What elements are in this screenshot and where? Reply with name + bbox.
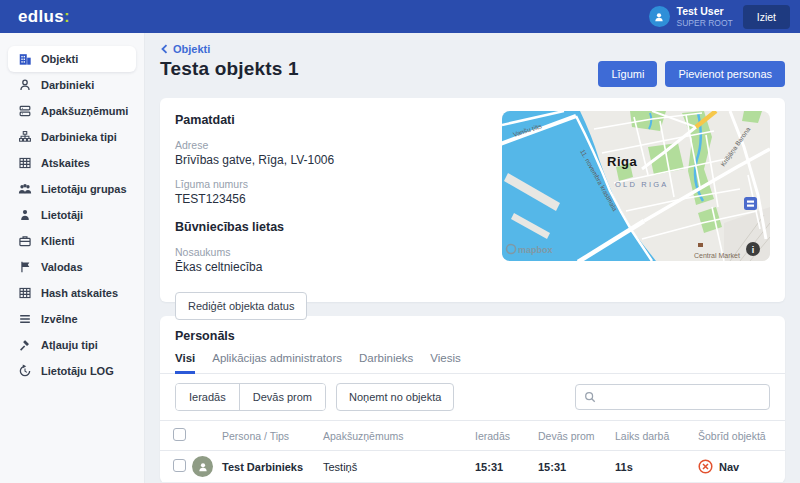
location-map[interactable]: Riga OLD RIGA Vanšu tilts 11. novembra k…: [502, 111, 770, 261]
history-icon: [17, 364, 32, 379]
person-icon: [17, 78, 32, 93]
map-district-label: OLD RIGA: [615, 180, 668, 189]
personnel-toolbar: Ieradās Devās prom Noņemt no objekta: [160, 374, 785, 420]
add-persons-button[interactable]: Pievienot personas: [665, 61, 785, 87]
logout-button[interactable]: Iziet: [743, 5, 790, 29]
sidebar-item-izvelne[interactable]: Izvēlne: [8, 306, 136, 332]
people-icon: [17, 182, 32, 197]
object-details-card: Pamatdati Adrese Brīvības gatve, Rīga, L…: [160, 98, 785, 302]
map-info-button[interactable]: i: [746, 242, 760, 256]
sidebar-item-label: Lietotāji: [41, 209, 83, 221]
col-worktime: Laiks darbā: [615, 421, 698, 451]
sidebar-item-lietotaju-log[interactable]: Lietotāju LOG: [8, 358, 136, 384]
sidebar-nav: Objekti Darbinieki Apakšuzņēmumi Darbini…: [0, 33, 145, 483]
contracts-button[interactable]: Līgumi: [598, 61, 657, 87]
building-icon: [17, 52, 32, 67]
sidebar-item-atlauju-tipi[interactable]: Atļauju tipi: [8, 332, 136, 358]
col-subcontractor: Apakšuzņēmums: [323, 421, 475, 451]
sidebar-item-objekti[interactable]: Objekti: [8, 46, 136, 72]
table-icon: [17, 286, 32, 301]
user-avatar: [649, 6, 670, 27]
table-icon: [17, 156, 32, 171]
name-value: Ēkas celtniecība: [175, 260, 486, 274]
user-menu[interactable]: Test User SUPER ROOT: [649, 5, 733, 28]
personnel-table: Persona / Tips Apakšuzņēmums Ieradās Dev…: [160, 420, 785, 483]
attendance-button-group: Ieradās Devās prom: [175, 383, 326, 411]
personnel-card: Personāls Visi Aplikācijas administrator…: [160, 316, 785, 483]
top-bar: edlus: Test User SUPER ROOT Iziet: [0, 0, 800, 33]
cell-left: 15:31: [538, 451, 615, 483]
tab-aplikacijas-administrators[interactable]: Aplikācijas administrators: [212, 352, 342, 374]
page-title: Testa objekts 1: [160, 58, 299, 80]
sidebar-item-label: Valodas: [41, 261, 83, 273]
cell-worktime: 11s: [615, 451, 698, 483]
svg-text:i: i: [752, 245, 755, 255]
name-label: Nosaukums: [175, 246, 486, 258]
user-name: Test User: [677, 5, 733, 18]
tab-viesis[interactable]: Viesis: [430, 352, 460, 374]
logo-text: edlus: [18, 7, 64, 26]
address-label: Adrese: [175, 139, 486, 151]
person-icon: [17, 208, 32, 223]
sidebar-item-label: Atskaites: [41, 157, 90, 169]
map-city-label: Riga: [607, 154, 637, 169]
cell-subcontractor: Testiņš: [323, 451, 475, 483]
search-icon: [584, 391, 596, 403]
sidebar-item-lietotaji[interactable]: Lietotāji: [8, 202, 136, 228]
personnel-tabs: Visi Aplikācijas administrators Darbinie…: [160, 352, 785, 374]
sidebar-item-valodas[interactable]: Valodas: [8, 254, 136, 280]
on-site-status: Nav: [698, 459, 785, 474]
svg-text:mapbox: mapbox: [518, 245, 553, 255]
sidebar-item-label: Objekti: [41, 53, 78, 65]
app-window: edlus: Test User SUPER ROOT Iziet: [0, 0, 800, 483]
basic-data-title: Pamatdati: [175, 113, 486, 127]
table-header-row: Persona / Tips Apakšuzņēmums Ieradās Dev…: [160, 421, 785, 451]
stack-icon: [17, 104, 32, 119]
sidebar-item-label: Apakšuzņēmumi: [41, 105, 128, 117]
menu-icon: [17, 312, 32, 327]
chevron-left-icon: [160, 44, 169, 54]
flag-icon: [17, 260, 32, 275]
sidebar-item-label: Atļauju tipi: [41, 339, 98, 351]
sidebar-item-darbinieka-tipi[interactable]: Darbinieka tipi: [8, 124, 136, 150]
remove-from-object-button[interactable]: Noņemt no objekta: [336, 383, 454, 411]
sidebar-item-label: Klienti: [41, 235, 75, 247]
breadcrumb[interactable]: Objekti: [160, 43, 210, 55]
tab-darbinieks[interactable]: Darbinieks: [359, 352, 413, 374]
cell-arrived: 15:31: [475, 451, 538, 483]
sidebar-item-atskaites[interactable]: Atskaites: [8, 150, 136, 176]
arrived-button[interactable]: Ieradās: [176, 384, 239, 410]
left-button[interactable]: Devās prom: [239, 384, 325, 410]
contract-number-value: TEST123456: [175, 192, 486, 206]
sidebar-item-lietotaju-grupas[interactable]: Lietotāju grupas: [8, 176, 136, 202]
sidebar-item-hash-atskaites[interactable]: Hash atskaites: [8, 280, 136, 306]
sidebar-item-darbinieki[interactable]: Darbinieki: [8, 72, 136, 98]
sidebar-item-label: Lietotāju grupas: [41, 183, 127, 195]
col-on-site: Šobrīd objektā: [698, 421, 785, 451]
construction-title: Būvniecības lietas: [175, 220, 486, 234]
select-all-checkbox[interactable]: [173, 428, 186, 441]
cell-persona: Test Darbinieks: [222, 451, 323, 483]
hierarchy-icon: [17, 130, 32, 145]
sidebar-item-klienti[interactable]: Klienti: [8, 228, 136, 254]
personnel-search[interactable]: [575, 384, 770, 410]
table-row[interactable]: Test Darbinieks Testiņš 15:31 15:31 11s: [160, 451, 785, 483]
gavel-icon: [17, 338, 32, 353]
tab-visi[interactable]: Visi: [175, 352, 195, 374]
personnel-title: Personāls: [160, 329, 785, 343]
breadcrumb-label: Objekti: [173, 43, 210, 55]
row-avatar: [192, 456, 213, 477]
col-persona: Persona / Tips: [222, 421, 323, 451]
edit-object-button[interactable]: Rediģēt objekta datus: [175, 292, 307, 320]
contract-number-label: Līguma numurs: [175, 178, 486, 190]
rail-station-icon: [744, 197, 757, 210]
search-input[interactable]: [602, 390, 761, 404]
briefcase-icon: [17, 234, 32, 249]
person-icon: [653, 11, 665, 23]
row-checkbox[interactable]: [173, 459, 186, 472]
not-on-site-icon: [698, 459, 713, 474]
user-role: SUPER ROOT: [677, 18, 733, 28]
person-icon: [197, 461, 209, 473]
sidebar-item-apaksuznemumi[interactable]: Apakšuzņēmumi: [8, 98, 136, 124]
sidebar-item-label: Darbinieka tipi: [41, 131, 117, 143]
